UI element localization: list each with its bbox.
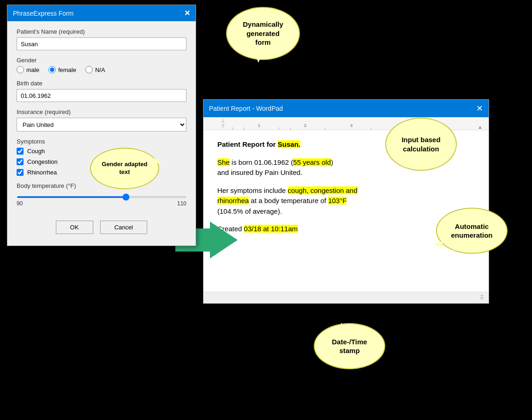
bubble-datetime-stamp: Date-/Timestamp: [314, 323, 385, 369]
gender-male-radio[interactable]: [17, 66, 24, 73]
form-close-button[interactable]: ✕: [184, 9, 190, 18]
temp-highlight-text: 103°F: [328, 197, 347, 204]
symptom-rhinorrhea-checkbox[interactable]: [17, 169, 24, 176]
gender-female-radio[interactable]: [48, 66, 56, 73]
wordpad-footer: ⠿: [203, 292, 489, 303]
bubble-dynamically-text: Dynamicallygeneratedform: [243, 20, 283, 47]
ruler-2: 2: [304, 123, 306, 128]
gender-na-label: N/A: [95, 66, 105, 73]
symptom-rhinorrhea-label: Rhinorrhea: [27, 169, 57, 176]
resize-icon: ⠿: [480, 294, 484, 301]
ruler-tick-15: [279, 127, 279, 130]
form-titlebar: PhraseExpress Form ✕: [7, 5, 196, 21]
phrase-form-dialog: PhraseExpress Form ✕ Patient's Name (req…: [7, 5, 196, 246]
form-body: Patient's Name (required) Gender male fe…: [7, 21, 196, 246]
gender-radio-group: male female N/A: [17, 66, 186, 73]
patient-name-label: Patient's Name (required): [17, 28, 186, 35]
symptom-congestion-label: Congestion: [27, 158, 58, 165]
temp-pre-text: at a body temperature of: [249, 197, 328, 204]
ruler-tick-175: [290, 127, 291, 130]
percent-text: (104.5% of average).: [217, 207, 282, 215]
birth-date-group: Birth date: [17, 80, 186, 102]
body-temp-group: Body temperature (°F) 90 110: [17, 182, 186, 207]
gender-male-option[interactable]: male: [17, 66, 39, 73]
symptoms-pre-text: Her symptoms include: [217, 186, 288, 194]
insurance-group: Insurance (required) Pain United: [17, 108, 186, 132]
ruler-marker: ⊥: [221, 118, 225, 123]
gender-na-radio[interactable]: [85, 66, 93, 73]
ruler-tick-25: [325, 127, 325, 130]
gender-female-label: female: [58, 66, 76, 73]
birth-date-input[interactable]: [17, 89, 186, 102]
arrow-head: [210, 222, 238, 258]
temp-min-label: 90: [17, 200, 23, 207]
born-text: is born 01.06.1962 (: [230, 158, 293, 166]
form-buttons: OK Cancel: [17, 216, 186, 239]
gender-na-option[interactable]: N/A: [85, 66, 105, 73]
symptom-cough-checkbox[interactable]: [17, 148, 24, 155]
pronoun-highlight: She: [217, 158, 230, 166]
bubble-datetime-text: Date-/Timestamp: [332, 337, 367, 355]
ruler-3: 3: [350, 123, 353, 128]
insured-text: ): [331, 158, 333, 166]
wordpad-close-button[interactable]: ✕: [476, 103, 483, 114]
ruler-tick-35: [371, 127, 371, 130]
bubble-input-text: Input basedcalculation: [401, 135, 440, 153]
symptoms-paragraph: Her symptoms include cough, congestion a…: [217, 186, 475, 217]
birth-date-label: Birth date: [17, 80, 186, 87]
bubble-gender-adapted: Gender adaptedtext: [90, 148, 159, 189]
ruler-1: 1: [258, 123, 260, 128]
wordpad-titlebar: Patient Report - WordPad ✕: [203, 100, 489, 117]
ruler-scroll: ▲: [478, 124, 483, 130]
symptom-congestion-checkbox[interactable]: [17, 158, 24, 165]
ruler-bottom-marker: ⊤: [221, 124, 225, 129]
bubble-input-calculation: Input basedcalculation: [385, 118, 457, 171]
gender-label: Gender: [17, 57, 186, 64]
patient-name-input[interactable]: [17, 37, 186, 50]
ruler-tick-075: [244, 127, 245, 130]
insurance-label: Insurance (required): [17, 108, 186, 115]
report-title-text: Patient Report for Susan.: [217, 140, 300, 148]
wordpad-title: Patient Report - WordPad: [209, 105, 283, 112]
patient-name-highlight: Susan.: [278, 140, 300, 148]
temp-max-label: 110: [177, 200, 186, 207]
form-title: PhraseExpress Form: [13, 10, 73, 17]
insured-text2: and insured by Pain United.: [217, 168, 302, 176]
insurance-select[interactable]: Pain United: [17, 118, 186, 132]
slider-range: 90 110: [17, 200, 186, 207]
symptoms-label: Symptoms: [17, 138, 186, 145]
bubble-dynamically-generated: Dynamicallygeneratedform: [226, 7, 300, 60]
symptom-cough-label: Cough: [27, 148, 45, 155]
bubble-gender-text: Gender adaptedtext: [102, 161, 148, 176]
temp-slider-container: 90 110: [17, 192, 186, 207]
gender-group: Gender male female N/A: [17, 57, 186, 73]
gender-female-option[interactable]: female: [48, 66, 76, 73]
patient-name-group: Patient's Name (required): [17, 28, 186, 50]
bubble-auto-text: Automaticenumeration: [451, 222, 492, 240]
gender-male-label: male: [26, 66, 39, 73]
ok-button[interactable]: OK: [56, 221, 93, 234]
bubble-auto-enumeration: Automaticenumeration: [436, 208, 508, 254]
cancel-button[interactable]: Cancel: [100, 221, 147, 234]
age-highlight: 55 years old: [293, 158, 331, 166]
datetime-highlight: 03/18 at 10:11am: [244, 225, 298, 233]
temp-slider[interactable]: [17, 196, 186, 198]
ruler-tick-05: [233, 127, 233, 130]
